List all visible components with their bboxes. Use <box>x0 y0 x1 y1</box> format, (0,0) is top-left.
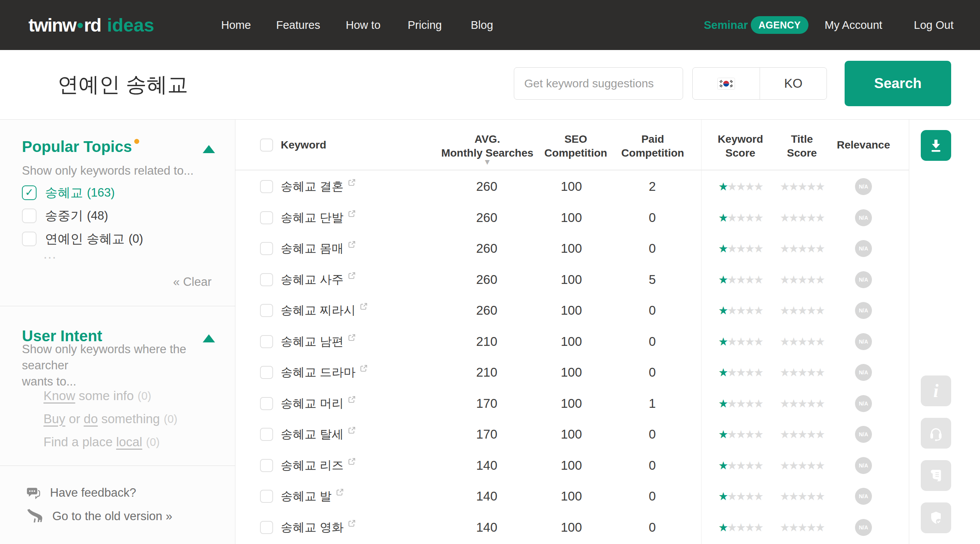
info-button[interactable]: i <box>921 375 951 406</box>
keyword-cell[interactable]: 송혜교 탈세 <box>281 426 344 442</box>
topic-checkbox[interactable] <box>22 209 37 223</box>
notification-dot <box>134 139 139 144</box>
external-link-icon[interactable] <box>348 179 356 187</box>
more-topics-button[interactable]: ... <box>43 247 57 262</box>
download-button[interactable] <box>921 130 951 161</box>
row-checkbox[interactable] <box>260 428 273 441</box>
keyword-suggestions-input[interactable] <box>514 67 683 100</box>
external-link-icon[interactable] <box>348 334 356 342</box>
topic-checkbox[interactable] <box>22 185 37 200</box>
nav-item-pricing[interactable]: Pricing <box>408 0 442 50</box>
paid-competition-cell: 0 <box>582 365 656 380</box>
relevance-na-badge: N/A <box>855 457 872 474</box>
title-score-stars: ★★★★★ <box>779 366 825 379</box>
header-avg-monthly-searches[interactable]: AVG.Monthly Searches <box>441 132 533 160</box>
search-bar: 연예인 송혜교 KO Search <box>0 50 980 120</box>
external-link-icon[interactable] <box>348 457 356 466</box>
row-checkbox[interactable] <box>260 459 273 472</box>
keyword-cell[interactable]: 송혜교 영화 <box>281 519 344 536</box>
keyword-cell[interactable]: 송혜교 드라마 <box>281 364 356 380</box>
row-checkbox[interactable] <box>260 242 273 255</box>
language-code-dropdown[interactable]: KO <box>760 68 827 99</box>
keyword-cell[interactable]: 송혜교 리즈 <box>281 457 344 474</box>
user-intent-item[interactable]: Find a place local (0) <box>43 431 177 454</box>
external-link-icon[interactable] <box>360 364 368 372</box>
keyword-cell[interactable]: 송혜교 찌라시 <box>281 302 356 319</box>
nav-item-how-to[interactable]: How to <box>346 0 380 50</box>
search-query[interactable]: 연예인 송혜교 <box>58 50 188 120</box>
nav-item-log-out[interactable]: Log Out <box>914 0 953 50</box>
sort-descending-icon[interactable]: ▼ <box>483 157 492 167</box>
support-button[interactable] <box>921 418 951 449</box>
keyword-score-stars: ★★★★★ <box>702 335 779 348</box>
logo-word-end: rd <box>84 15 101 36</box>
keyword-cell[interactable]: 송혜교 남편 <box>281 334 344 350</box>
have-feedback-link[interactable]: Have feedback? <box>26 486 136 500</box>
keyword-cell[interactable]: 송혜교 결혼 <box>281 179 344 195</box>
row-checkbox[interactable] <box>260 180 273 193</box>
keyword-cell[interactable]: 송혜교 발 <box>281 488 332 504</box>
shield-check-icon <box>928 510 944 526</box>
keyword-cell[interactable]: 송혜교 단발 <box>281 210 344 226</box>
topic-checkbox[interactable] <box>22 232 37 246</box>
paid-competition-cell: 0 <box>582 210 656 225</box>
header-paid-competition[interactable]: PaidCompetition <box>621 132 684 160</box>
search-button[interactable]: Search <box>845 61 951 106</box>
paid-competition-cell: 5 <box>582 272 656 287</box>
relevance-na-badge: N/A <box>855 209 872 226</box>
collapse-popular-topics-icon[interactable] <box>203 145 215 153</box>
external-link-icon[interactable] <box>336 488 344 496</box>
topic-filter-item[interactable]: 송중기 (48) <box>22 204 143 227</box>
twinword-ideas-logo[interactable]: twinw•rd ideas <box>28 0 154 50</box>
nav-item-home[interactable]: Home <box>221 0 251 50</box>
avg-monthly-searches-cell: 140 <box>412 489 497 504</box>
old-version-link[interactable]: Go to the old version » <box>26 509 172 524</box>
external-link-icon[interactable] <box>348 272 356 280</box>
user-intent-count: (0) <box>164 413 177 426</box>
header-title-score[interactable]: TitleScore <box>787 132 817 160</box>
external-link-icon[interactable] <box>348 426 356 434</box>
relevance-na-badge: N/A <box>855 178 872 195</box>
nav-item-features[interactable]: Features <box>276 0 320 50</box>
external-link-icon[interactable] <box>348 240 356 249</box>
nav-item-blog[interactable]: Blog <box>471 0 493 50</box>
agency-badge[interactable]: AGENCY <box>751 16 808 34</box>
keyword-score-stars: ★★★★★ <box>702 521 779 534</box>
row-checkbox[interactable] <box>260 366 273 379</box>
table-row: 송혜교 결혼 260 100 2 ★★★★★ ★★★★★ N/A <box>235 171 909 202</box>
external-link-icon[interactable] <box>348 519 356 527</box>
title-score-stars: ★★★★★ <box>779 459 825 472</box>
terms-button[interactable] <box>921 460 951 491</box>
nav-item-seminar[interactable]: Seminar <box>704 0 748 50</box>
country-flag-dropdown[interactable] <box>693 68 760 99</box>
privacy-button[interactable] <box>921 502 951 533</box>
row-checkbox[interactable] <box>260 521 273 534</box>
user-intent-count: (0) <box>138 390 151 402</box>
nav-item-my-account[interactable]: My Account <box>825 0 882 50</box>
user-intent-item[interactable]: Buy or do something (0) <box>43 407 177 431</box>
user-intent-item[interactable]: Know some info (0) <box>43 384 177 407</box>
row-checkbox[interactable] <box>260 335 273 348</box>
header-keyword-score[interactable]: KeywordScore <box>718 132 763 160</box>
select-all-checkbox[interactable] <box>260 139 273 152</box>
header-seo-competition[interactable]: SEOCompetition <box>544 132 607 160</box>
external-link-icon[interactable] <box>360 302 368 310</box>
row-checkbox[interactable] <box>260 397 273 410</box>
topic-filter-item[interactable]: 연예인 송혜교 (0) <box>22 227 143 250</box>
row-checkbox[interactable] <box>260 273 273 286</box>
header-keyword[interactable]: Keyword <box>281 120 326 170</box>
row-checkbox[interactable] <box>260 490 273 503</box>
row-checkbox[interactable] <box>260 304 273 317</box>
keyword-cell[interactable]: 송혜교 몸매 <box>281 240 344 257</box>
topic-label: 연예인 송혜교 <box>45 230 125 248</box>
topic-filter-item[interactable]: 송혜교 (163) <box>22 181 143 204</box>
keyword-cell[interactable]: 송혜교 사주 <box>281 272 344 288</box>
keyword-cell[interactable]: 송혜교 머리 <box>281 395 344 412</box>
header-relevance[interactable]: Relevance <box>837 120 890 170</box>
avg-monthly-searches-cell: 140 <box>412 520 497 535</box>
row-checkbox[interactable] <box>260 211 273 224</box>
external-link-icon[interactable] <box>348 210 356 218</box>
clear-topics-link[interactable]: « Clear <box>173 275 212 289</box>
seo-competition-cell: 100 <box>497 303 582 318</box>
external-link-icon[interactable] <box>348 395 356 404</box>
